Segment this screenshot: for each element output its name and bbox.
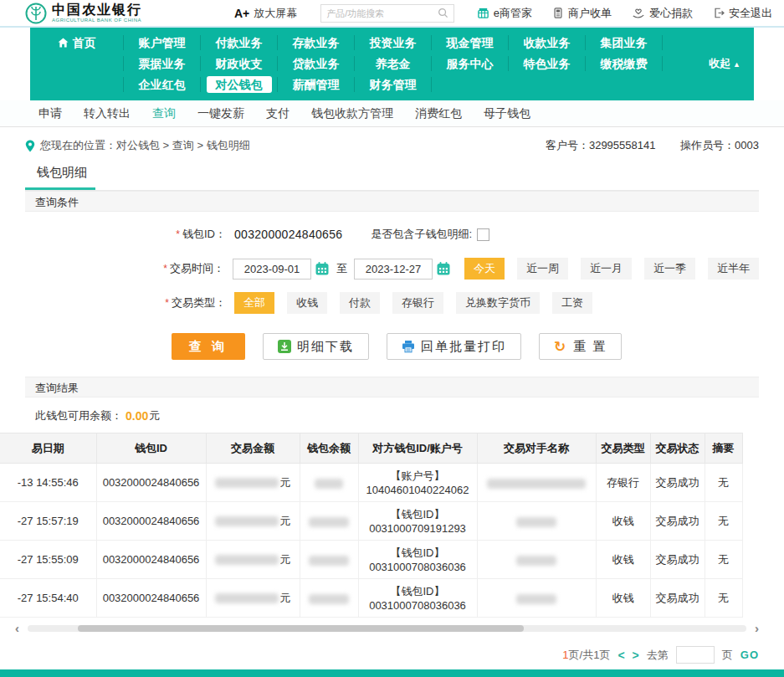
cell-type: 收钱 bbox=[596, 502, 650, 541]
customer-no-label: 客户号： bbox=[546, 139, 589, 151]
scroll-left-arrow-icon[interactable]: ‹ bbox=[15, 623, 19, 634]
wallet-id-row: *钱包ID： 0032000024840656 是否包含子钱包明细: bbox=[25, 223, 759, 246]
menu-item-home[interactable]: 首页 bbox=[30, 35, 124, 50]
subnav-item[interactable]: 申请 bbox=[38, 106, 62, 121]
menu-item[interactable]: 账户管理 bbox=[124, 35, 201, 50]
type-chip-pay[interactable]: 付款 bbox=[340, 292, 380, 314]
subnav-item[interactable]: 转入转出 bbox=[84, 106, 131, 121]
range-chip-quarter[interactable]: 近一季 bbox=[644, 258, 695, 280]
heart-hand-icon bbox=[632, 7, 645, 19]
menu-item[interactable]: 票据业务 bbox=[124, 56, 201, 71]
transaction-time-label: 交易时间： bbox=[170, 262, 224, 274]
search-button[interactable]: 查 询 bbox=[172, 333, 245, 360]
menu-item[interactable]: 特色业务 bbox=[509, 56, 586, 71]
menu-item[interactable]: 服务中心 bbox=[432, 56, 509, 71]
menu-item[interactable]: 薪酬管理 bbox=[278, 77, 355, 92]
menu-item[interactable]: 收款业务 bbox=[509, 35, 586, 50]
menu-item[interactable]: 养老金 bbox=[355, 56, 432, 71]
type-chip-receive[interactable]: 收钱 bbox=[287, 292, 327, 314]
cell-amount: 元 bbox=[206, 502, 300, 541]
link-e-merchant[interactable]: e商管家 bbox=[477, 6, 532, 21]
cell-summary: 无 bbox=[705, 464, 742, 502]
scrollbar-track[interactable] bbox=[28, 625, 746, 632]
range-chip-week[interactable]: 近一周 bbox=[517, 258, 568, 280]
search-input[interactable] bbox=[326, 8, 438, 18]
subnav-item[interactable]: 支付 bbox=[266, 106, 290, 121]
cell-wallet-id: 0032000024840656 bbox=[96, 579, 206, 618]
scroll-right-arrow-icon[interactable]: › bbox=[755, 623, 759, 634]
prev-page-button[interactable]: < bbox=[617, 649, 624, 662]
menu-item[interactable]: 投资业务 bbox=[355, 35, 432, 50]
link-label: 爱心捐款 bbox=[649, 6, 693, 21]
calendar-icon[interactable] bbox=[436, 261, 451, 276]
menu-item[interactable]: 付款业务 bbox=[201, 35, 278, 50]
range-chip-half-year[interactable]: 近半年 bbox=[708, 258, 759, 280]
menu-item[interactable]: 财务管理 bbox=[355, 77, 432, 92]
date-to-input[interactable] bbox=[354, 259, 433, 280]
subnav-item[interactable]: 钱包收款方管理 bbox=[311, 106, 393, 121]
balance-value: 0.00 bbox=[126, 409, 148, 423]
link-charity-donation[interactable]: 爱心捐款 bbox=[632, 6, 693, 21]
redacted-amount bbox=[215, 516, 279, 526]
type-chip-all[interactable]: 全部 bbox=[234, 292, 274, 314]
col-date: 易日期 bbox=[0, 433, 96, 464]
required-mark: * bbox=[163, 263, 167, 274]
menu-item[interactable]: 财政收支 bbox=[201, 56, 278, 71]
cell-status: 交易成功 bbox=[650, 464, 705, 502]
calendar-icon[interactable] bbox=[315, 261, 330, 276]
reset-button[interactable]: ↻ 重 置 bbox=[539, 333, 622, 360]
subnav-item[interactable]: 消费红包 bbox=[415, 106, 462, 121]
type-chip-deposit[interactable]: 存银行 bbox=[392, 292, 443, 314]
redacted-amount bbox=[215, 478, 279, 488]
breadcrumb-row: 您现在的位置： 对公钱包 > 查询 > 钱包明细 客户号：32995558141… bbox=[25, 138, 759, 153]
table-row: -27 15:54:40 0032000024840656 元 【钱包ID】 0… bbox=[0, 579, 742, 618]
next-page-button[interactable]: > bbox=[633, 649, 639, 662]
menu-item[interactable]: 贷款业务 bbox=[278, 56, 355, 71]
date-from-input[interactable] bbox=[233, 259, 311, 280]
redacted-balance bbox=[309, 517, 349, 527]
breadcrumb: 对公钱包 > 查询 > 钱包明细 bbox=[116, 138, 250, 153]
menu-collapse-button[interactable]: 收起▲ bbox=[663, 56, 754, 71]
menu-item-label: 对公钱包 bbox=[207, 76, 272, 93]
query-conditions-header: 查询条件 bbox=[25, 191, 759, 212]
scrollbar-thumb[interactable] bbox=[78, 625, 524, 632]
include-sub-wallet-checkbox[interactable] bbox=[477, 228, 489, 241]
subnav-item[interactable]: 一键发薪 bbox=[197, 106, 244, 121]
type-chip-salary[interactable]: 工资 bbox=[552, 292, 592, 314]
table-row: -27 15:55:09 0032000024840656 元 【钱包ID】 0… bbox=[0, 541, 742, 579]
cell-counterparty-id: 【钱包ID】 0031000708036036 bbox=[358, 579, 477, 618]
type-chip-exchange[interactable]: 兑换数字货币 bbox=[456, 292, 540, 314]
search-icon[interactable] bbox=[438, 8, 448, 18]
transaction-time-row: *交易时间： 至 bbox=[25, 257, 759, 280]
menu-item[interactable]: 企业红包 bbox=[124, 77, 201, 92]
tab-wallet-detail[interactable]: 钱包明细 bbox=[25, 165, 95, 190]
batch-print-receipts-button[interactable]: 回单批量打印 bbox=[387, 333, 521, 360]
cell-status: 交易成功 bbox=[650, 579, 705, 618]
menu-item[interactable]: 集团业务 bbox=[586, 35, 663, 50]
pagination: 1页/共1页 < > 去第 页 GO bbox=[0, 646, 759, 664]
menu-item-active[interactable]: 对公钱包 bbox=[201, 77, 278, 92]
menu-item[interactable]: 缴税缴费 bbox=[586, 56, 663, 71]
download-details-button[interactable]: 明细下载 bbox=[263, 333, 369, 360]
subnav-item[interactable]: 母子钱包 bbox=[484, 106, 530, 121]
screen-zoom-control[interactable]: A+ 放大屏幕 bbox=[234, 6, 297, 21]
cell-summary: 无 bbox=[705, 579, 742, 618]
menu-item[interactable]: 存款业务 bbox=[278, 35, 355, 50]
range-chip-today[interactable]: 今天 bbox=[464, 258, 505, 280]
link-safe-logout[interactable]: 安全退出 bbox=[713, 6, 772, 21]
link-merchant-acquiring[interactable]: 商户收单 bbox=[552, 6, 612, 21]
go-button[interactable]: GO bbox=[740, 649, 759, 661]
range-chip-month[interactable]: 近一月 bbox=[581, 258, 632, 280]
menu-item[interactable]: 现金管理 bbox=[432, 35, 509, 50]
cell-amount: 元 bbox=[206, 464, 300, 502]
cell-date: -27 15:55:09 bbox=[0, 541, 96, 579]
bank-logo: 中国农业银行 AGRICULTURAL BANK OF CHINA bbox=[25, 3, 142, 24]
menu-spacer bbox=[30, 77, 124, 92]
table-row: -27 15:57:19 0032000024840656 元 【钱包ID】 0… bbox=[0, 502, 742, 541]
goto-page-input[interactable] bbox=[676, 646, 715, 664]
subnav-item-active[interactable]: 查询 bbox=[152, 106, 176, 121]
operator-no-label: 操作员号： bbox=[680, 139, 735, 151]
table-header-row: 易日期 钱包ID 交易金额 钱包余额 对方钱包ID/账户号 交易对手名称 交易类… bbox=[0, 433, 742, 464]
cell-summary: 无 bbox=[705, 541, 742, 579]
sub-nav: 申请 转入转出 查询 一键发薪 支付 钱包收款方管理 消费红包 母子钱包 bbox=[0, 100, 784, 127]
